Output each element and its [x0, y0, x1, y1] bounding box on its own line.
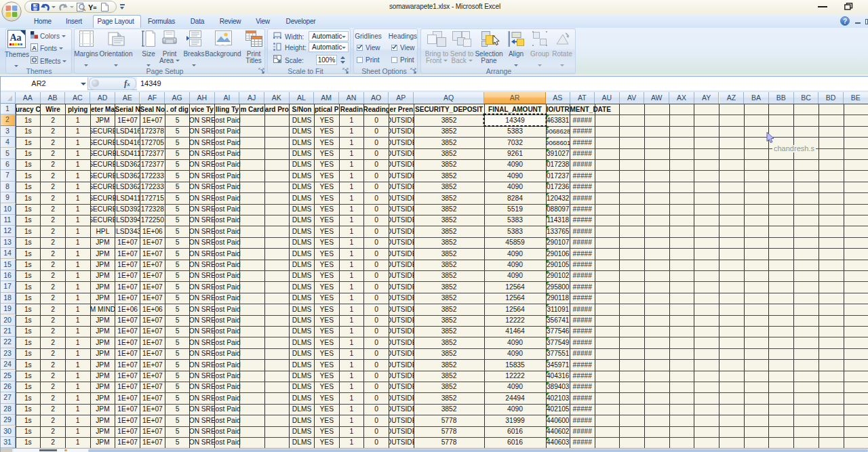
svg-text:?: ?: [843, 18, 847, 25]
svg-text:A: A: [32, 44, 37, 52]
svg-text:Aa: Aa: [9, 33, 21, 43]
